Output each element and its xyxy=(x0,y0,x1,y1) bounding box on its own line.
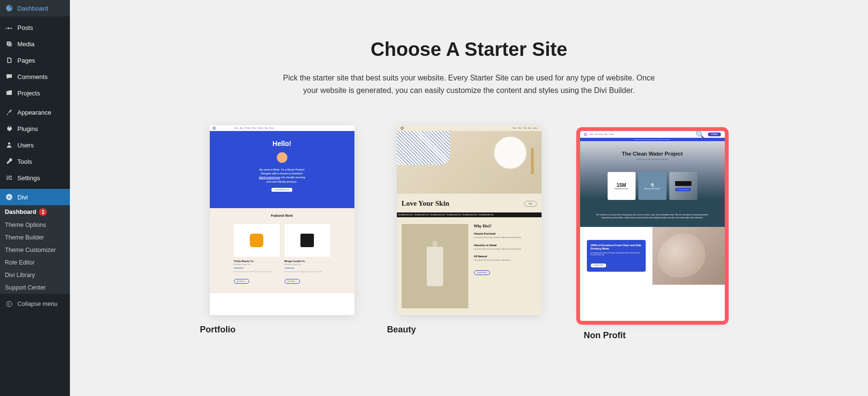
pin-icon xyxy=(5,23,14,32)
donate-button: DONATE xyxy=(708,132,720,136)
logo-icon xyxy=(213,127,216,130)
card-label: Non Profit xyxy=(584,330,732,341)
collapse-label: Collapse menu xyxy=(17,301,57,307)
portfolio-thumbnail: HomeAboutPortfolioProjectResumeBlogConta… xyxy=(210,125,354,315)
hero-title: Love Your Skin Shop xyxy=(397,194,542,212)
submenu-item-theme-builder[interactable]: Theme Builder xyxy=(0,231,70,244)
svg-text:D: D xyxy=(8,195,11,199)
nonprofit-thumbnail: HomeGet InvolvedBlogContact 🔍 DONATE Eve… xyxy=(580,131,725,321)
sidebar-item-settings[interactable]: Settings xyxy=(0,170,70,186)
mission-text: Our mission is to ensure that every pers… xyxy=(580,199,725,227)
card-label: Portfolio xyxy=(200,325,364,335)
sidebar-item-appearance[interactable]: Appearance xyxy=(0,104,70,120)
divi-icon: D xyxy=(5,193,14,201)
hero-button: Download My Resume xyxy=(271,188,292,192)
comment-icon xyxy=(5,72,14,81)
marquee: Get A Beautiful skin • Get A Beautiful s… xyxy=(397,212,542,217)
sidebar-item-plugins[interactable]: Plugins xyxy=(0,120,70,137)
sidebar-item-media[interactable]: Media xyxy=(0,36,70,52)
svg-point-0 xyxy=(8,142,11,145)
submenu-item-role-editor[interactable]: Role Editor xyxy=(0,256,70,269)
thumb-nav: HomeGet InvolvedBlogContact xyxy=(590,133,693,135)
beauty-thumbnail: HomeAboutShopBlogContact Love Your Skin … xyxy=(397,125,542,315)
starter-card-nonprofit[interactable]: HomeGet InvolvedBlogContact 🔍 DONATE Eve… xyxy=(574,125,738,346)
sidebar-item-label: Appearance xyxy=(17,109,51,116)
page-title: Choose A Starter Site xyxy=(276,39,662,60)
submenu-label: Dashboard xyxy=(5,209,36,215)
starter-site-grid: HomeAboutPortfolioProjectResumeBlogConta… xyxy=(99,125,839,346)
gauge-icon xyxy=(5,4,14,13)
sidebar-item-label: Users xyxy=(17,142,34,149)
sliders-icon xyxy=(5,173,14,182)
logo-icon xyxy=(584,133,587,136)
sidebar-item-label: Posts xyxy=(17,24,33,31)
donate-button: DONATE NOW xyxy=(591,264,606,267)
hands-image xyxy=(652,227,725,285)
sidebar-item-tools[interactable]: Tools xyxy=(0,153,70,170)
sidebar-item-dashboard[interactable]: Dashboard xyxy=(0,0,70,16)
media-icon xyxy=(5,40,14,48)
hero-image xyxy=(397,131,542,194)
hero-title: The Clean Water Project xyxy=(587,151,718,157)
sidebar-item-divi[interactable]: D Divi xyxy=(0,189,70,205)
sidebar-item-projects[interactable]: Projects xyxy=(0,85,70,101)
view-button: View Project → xyxy=(285,279,300,284)
user-icon xyxy=(5,141,14,149)
thumb-nav: HomeAboutShopBlogContact xyxy=(513,127,537,129)
logo-icon xyxy=(401,127,404,130)
plug-icon xyxy=(5,124,14,133)
wrench-icon xyxy=(5,157,14,166)
submenu-item-support-center[interactable]: Support Center xyxy=(0,281,70,294)
stat-card: 15M $ Raised for the Sea xyxy=(608,172,636,200)
starter-card-portfolio[interactable]: HomeAboutPortfolioProjectResumeBlogConta… xyxy=(200,125,364,346)
sidebar-item-label: Settings xyxy=(17,174,40,182)
divi-submenu: Dashboard 1 Theme Options Theme Builder … xyxy=(0,205,70,294)
sidebar-item-label: Comments xyxy=(17,73,48,80)
projects-icon xyxy=(5,89,14,97)
submenu-item-divi-library[interactable]: Divi Library xyxy=(0,269,70,281)
stat-card: ⚗ Research and Outreach xyxy=(638,172,666,200)
sidebar-item-label: Plugins xyxy=(17,125,38,132)
collapse-menu[interactable]: Collapse menu xyxy=(0,296,70,312)
shop-button: Shop Products xyxy=(474,270,490,275)
admin-sidebar: Dashboard Posts Media Pages Comments Pro… xyxy=(0,0,70,396)
cta-box: 100% of Donations Fund Clean and Safe Dr… xyxy=(587,240,646,272)
stat-card: MAKE A DONATION xyxy=(669,172,697,200)
sidebar-item-label: Pages xyxy=(17,57,35,64)
sidebar-item-comments[interactable]: Comments xyxy=(0,68,70,85)
product-image xyxy=(402,224,468,308)
submenu-item-theme-customizer[interactable]: Theme Customizer xyxy=(0,244,70,256)
avatar xyxy=(277,152,287,163)
project-image xyxy=(234,224,280,257)
sidebar-item-label: Dashboard xyxy=(17,5,48,12)
section-title: Featured Work xyxy=(219,214,345,217)
shop-button: Shop xyxy=(524,201,536,207)
pages-icon xyxy=(5,56,14,65)
sidebar-item-label: Media xyxy=(17,40,34,48)
sidebar-item-users[interactable]: Users xyxy=(0,137,70,153)
view-button: View Project → xyxy=(234,279,249,284)
sidebar-item-label: Divi xyxy=(17,194,28,201)
submenu-item-theme-options[interactable]: Theme Options xyxy=(0,219,70,231)
sidebar-item-pages[interactable]: Pages xyxy=(0,52,70,68)
sidebar-item-posts[interactable]: Posts xyxy=(0,19,70,36)
notification-badge: 1 xyxy=(39,208,47,216)
page-header: Choose A Starter Site Pick the starter s… xyxy=(276,39,662,96)
page-description: Pick the starter site that best suits yo… xyxy=(276,72,662,96)
main-content: Choose A Starter Site Pick the starter s… xyxy=(70,0,868,396)
svg-point-3 xyxy=(6,301,12,306)
starter-card-beauty[interactable]: HomeAboutShopBlogContact Love Your Skin … xyxy=(387,125,551,346)
thumb-nav: HomeAboutPortfolioProjectResumeBlogConta… xyxy=(235,127,274,129)
flask-icon: ⚗ xyxy=(650,183,654,188)
submenu-item-dashboard[interactable]: Dashboard 1 xyxy=(0,205,70,219)
card-label: Beauty xyxy=(387,325,551,335)
sidebar-item-label: Tools xyxy=(17,158,32,165)
project-image xyxy=(285,224,330,257)
sidebar-item-label: Projects xyxy=(17,90,40,97)
hero-title: Hello! xyxy=(219,140,345,147)
collapse-icon xyxy=(5,300,14,308)
brush-icon xyxy=(5,108,14,117)
